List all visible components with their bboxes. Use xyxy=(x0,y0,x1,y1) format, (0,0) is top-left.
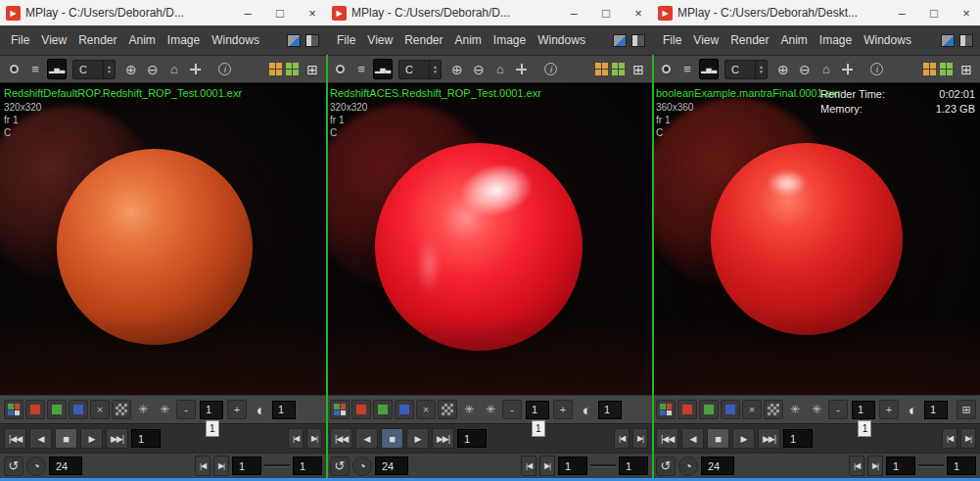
frame-slider[interactable]: 1 xyxy=(165,424,283,453)
zoom-in-icon[interactable]: ⊕ xyxy=(447,59,467,79)
alpha-channel-icon[interactable]: × xyxy=(90,400,110,419)
pane-layout-icon[interactable] xyxy=(631,34,645,47)
last-frame-button[interactable]: ▶▶| xyxy=(432,428,454,449)
rgba-channels-icon[interactable] xyxy=(330,400,350,419)
gamma-increase-button[interactable]: + xyxy=(227,400,247,419)
range-track[interactable] xyxy=(918,464,944,467)
menu-file[interactable]: File xyxy=(657,29,687,51)
frame-slider-handle[interactable]: 1 xyxy=(858,420,871,437)
play-button[interactable]: ▶ xyxy=(406,428,429,449)
menu-file[interactable]: File xyxy=(5,29,35,51)
contrast-icon[interactable]: ◐ xyxy=(257,402,265,418)
spinner-icon[interactable]: ▲▼ xyxy=(429,61,441,78)
rgba-channels-icon[interactable] xyxy=(656,400,676,419)
range-step-forward-button[interactable]: ▶| xyxy=(539,456,555,476)
first-frame-button[interactable]: |◀◀ xyxy=(656,428,678,449)
play-button[interactable]: ▶ xyxy=(732,428,755,449)
filter-a-icon[interactable]: ✳ xyxy=(459,400,479,419)
fps-clock-icon[interactable]: ◔ xyxy=(678,457,698,476)
green-channel-icon[interactable] xyxy=(47,400,67,419)
prev-frame-button[interactable]: ◀ xyxy=(355,428,378,449)
layout-add-icon[interactable]: ⊞ xyxy=(303,59,322,79)
checker-background-icon[interactable] xyxy=(764,400,783,419)
blue-channel-icon[interactable] xyxy=(721,400,740,419)
current-frame-field[interactable]: 1 xyxy=(131,429,161,448)
alpha-channel-icon[interactable]: × xyxy=(416,400,436,419)
layout-single-icon[interactable] xyxy=(923,63,936,75)
filter-b-icon[interactable]: ✳ xyxy=(807,400,826,419)
stop-button[interactable]: ■ xyxy=(707,428,729,449)
layout-add-icon[interactable]: ⊞ xyxy=(957,59,976,79)
channel-select[interactable]: C ▲▼ xyxy=(724,60,768,79)
range-end-field[interactable]: 1 xyxy=(947,457,976,475)
range-start-field[interactable]: 1 xyxy=(886,457,915,475)
view-mode-icon[interactable] xyxy=(4,59,23,79)
range-end-field[interactable]: 1 xyxy=(619,457,648,475)
range-start-field[interactable]: 1 xyxy=(232,457,261,475)
viewport[interactable]: RedshiftACES.Redshift_ROP_Test.0001.exr … xyxy=(326,83,652,395)
play-button[interactable]: ▶ xyxy=(80,428,103,449)
step-back-button[interactable]: |◀ xyxy=(614,428,630,449)
red-channel-icon[interactable] xyxy=(677,400,697,419)
stop-button[interactable]: ■ xyxy=(381,428,403,449)
step-forward-button[interactable]: ▶| xyxy=(632,428,648,449)
layout-single-icon[interactable] xyxy=(269,63,282,75)
green-channel-icon[interactable] xyxy=(699,400,719,419)
contrast-icon[interactable]: ◐ xyxy=(909,402,917,418)
layout-quad-icon[interactable] xyxy=(286,63,299,75)
pan-icon[interactable] xyxy=(186,59,206,79)
image-list-icon[interactable]: ≡ xyxy=(351,59,371,79)
first-frame-button[interactable]: |◀◀ xyxy=(330,428,352,449)
zoom-out-icon[interactable]: ⊖ xyxy=(469,59,489,79)
channel-select[interactable]: C ▲▼ xyxy=(398,60,442,79)
menu-anim[interactable]: Anim xyxy=(775,29,814,51)
range-step-back-button[interactable]: |◀ xyxy=(521,456,537,476)
menu-render[interactable]: Render xyxy=(398,29,448,51)
image-list-icon[interactable]: ≡ xyxy=(25,59,45,79)
red-channel-icon[interactable] xyxy=(25,400,45,419)
range-end-field[interactable]: 1 xyxy=(293,457,322,475)
last-frame-button[interactable]: ▶▶| xyxy=(758,428,780,449)
minimize-button[interactable]: – xyxy=(888,0,915,25)
fps-clock-icon[interactable]: ◔ xyxy=(26,457,46,476)
histogram-icon[interactable]: ▂▅▃ xyxy=(47,59,67,79)
layout-quad-icon[interactable] xyxy=(940,63,953,75)
maximize-button[interactable]: □ xyxy=(592,0,620,25)
maximize-button[interactable]: □ xyxy=(266,0,294,25)
titlebar[interactable]: ▶ MPlay - C:/Users/Deborah/D... – □ × xyxy=(326,0,652,25)
menu-windows[interactable]: Windows xyxy=(206,29,265,51)
range-start-field[interactable]: 1 xyxy=(558,457,587,475)
viewport[interactable]: booleanExample.mantraFinal.0001.exr 360x… xyxy=(652,83,980,395)
prev-frame-button[interactable]: ◀ xyxy=(681,428,704,449)
pane-layout-icon[interactable] xyxy=(305,34,319,47)
image-list-icon[interactable]: ≡ xyxy=(677,59,697,79)
close-button[interactable]: × xyxy=(299,0,326,25)
filter-b-icon[interactable]: ✳ xyxy=(155,400,174,419)
pane-layout-icon[interactable] xyxy=(959,34,973,47)
menu-anim[interactable]: Anim xyxy=(449,29,488,51)
spin-down-icon[interactable]: ▼ xyxy=(759,70,764,74)
gamma-value[interactable]: 1 xyxy=(526,401,549,419)
step-back-button[interactable]: |◀ xyxy=(288,428,303,449)
frame-slider-handle[interactable]: 1 xyxy=(532,420,545,437)
loop-icon[interactable]: ↺ xyxy=(4,457,23,476)
pan-icon[interactable] xyxy=(512,59,532,79)
menu-image[interactable]: Image xyxy=(814,29,858,51)
gamma-increase-button[interactable]: + xyxy=(879,400,899,419)
menu-view[interactable]: View xyxy=(35,29,72,51)
expand-icon[interactable]: ⊞ xyxy=(957,400,976,419)
step-forward-button[interactable]: ▶| xyxy=(306,428,322,449)
zoom-out-icon[interactable]: ⊖ xyxy=(795,59,815,79)
filter-b-icon[interactable]: ✳ xyxy=(481,400,500,419)
prev-frame-button[interactable]: ◀ xyxy=(29,428,52,449)
gamma-value[interactable]: 1 xyxy=(200,401,223,419)
zoom-in-icon[interactable]: ⊕ xyxy=(773,59,793,79)
flipbook-icon[interactable] xyxy=(941,34,955,47)
contrast-value[interactable]: 1 xyxy=(598,401,622,419)
home-view-icon[interactable]: ⌂ xyxy=(817,59,836,79)
spin-down-icon[interactable]: ▼ xyxy=(433,70,438,74)
titlebar[interactable]: ▶ MPlay - C:/Users/Deborah/Deskt... – □ … xyxy=(652,0,980,25)
menu-windows[interactable]: Windows xyxy=(858,29,917,51)
view-mode-icon[interactable] xyxy=(330,59,350,79)
flipbook-icon[interactable] xyxy=(287,34,301,47)
